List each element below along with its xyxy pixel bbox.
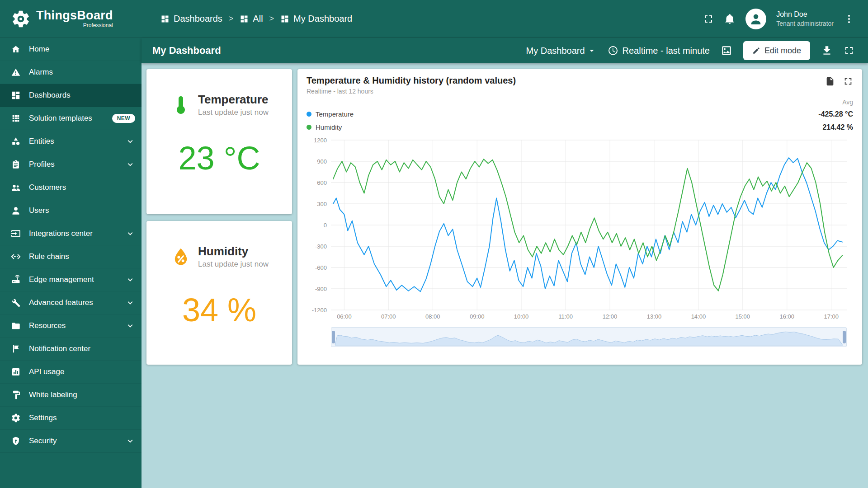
sidebar-item-label: Integrations center [29,229,93,238]
sidebar-item-resources[interactable]: Resources [0,314,142,338]
temperature-widget-header: Temperature Last update just now [146,93,292,117]
fullscreen-icon [843,76,853,86]
sidebar-item-notification-center[interactable]: Notification center [0,338,142,361]
sidebar-item-label: Advanced features [29,298,93,307]
notifications-button[interactable] [724,13,736,25]
time-window-button[interactable]: Realtime - last minute [608,45,710,56]
expand-button[interactable] [843,76,853,86]
sidebar-item-label: Solution templates [29,114,92,123]
pencil-icon [752,47,760,55]
sidebar-item-edge-management[interactable]: Edge management [0,268,142,291]
sidebar-item-white-labeling[interactable]: White labeling [0,384,142,407]
svg-text:-900: -900 [315,286,327,292]
entities-icon [11,136,21,146]
sidebar-item-rule-chains[interactable]: Rule chains [0,245,142,268]
dashboard-content: Temperature Last update just now 23 °C H… [142,63,868,488]
sidebar-item-customers[interactable]: Customers [0,176,142,199]
settings-icon [11,413,21,423]
topbar-actions: John Doe Tenant administrator [703,9,868,29]
toolbar-fullscreen-button[interactable] [844,45,854,56]
dashboard-select-label: My Dashboard [526,46,585,56]
download-icon [821,45,833,56]
widget-title: Temperature [198,93,269,107]
sidebar-item-label: White labeling [29,390,77,399]
edit-mode-button[interactable]: Edit mode [743,41,810,60]
person-icon [749,12,763,26]
time-window-label: Realtime - last minute [623,46,710,56]
image-button[interactable] [721,45,732,56]
security-icon [11,436,21,446]
chart-header: Temperature & Humidity history (random v… [307,75,853,95]
sidebar-item-integrations-center[interactable]: Integrations center [0,222,142,245]
chevron-down-icon [125,275,135,285]
sidebar-item-solution-templates[interactable]: Solution templatesNEW [0,107,142,130]
svg-text:600: 600 [317,179,327,186]
svg-text:13:00: 13:00 [647,313,662,320]
profiles-icon [11,160,21,169]
sidebar-item-home[interactable]: Home [0,38,142,61]
svg-text:07:00: 07:00 [381,313,396,320]
brand-edition: Professional [36,23,113,28]
svg-text:-300: -300 [315,243,327,250]
humidity-widget: Humidity Last update just now 34 % [146,221,292,365]
sidebar-item-advanced-features[interactable]: Advanced features [0,291,142,314]
customers-icon [11,183,21,192]
sidebar-item-security[interactable]: Security [0,430,142,453]
breadcrumb-item-all[interactable]: All [240,14,263,24]
scrubber-handle-right[interactable] [843,331,846,343]
sidebar-item-alarms[interactable]: Alarms [0,61,142,84]
legend-item-temperature[interactable]: Temperature-425.28 °C [307,108,853,121]
legend-avg-value: 214.42 % [822,123,853,131]
sidebar-item-settings[interactable]: Settings [0,407,142,430]
history-chart[interactable]: 06:0007:0008:0009:0010:0011:0012:0013:00… [307,136,853,323]
user-name: John Doe [776,10,834,19]
sidebar-item-entities[interactable]: Entities [0,130,142,153]
avatar[interactable] [745,9,766,29]
legend-avg-value: -425.28 °C [818,110,853,118]
sidebar-item-profiles[interactable]: Profiles [0,153,142,176]
toolbar-actions: My Dashboard Realtime - last minute Edit… [526,41,854,60]
user-block[interactable]: John Doe Tenant administrator [776,10,834,28]
export-button[interactable] [825,76,835,86]
widget-subtitle: Last update just now [198,108,269,117]
breadcrumb-item-my-dashboard[interactable]: My Dashboard [280,14,352,24]
sidebar-item-dashboards[interactable]: Dashboards [0,84,142,107]
brand-logo[interactable]: ThingsBoard Professional [0,9,142,29]
advanced-features-icon [11,298,21,308]
sidebar-item-users[interactable]: Users [0,199,142,222]
image-icon [721,45,732,56]
humidity-widget-header: Humidity Last update just now [146,244,292,269]
breadcrumb-label: Dashboards [174,14,222,24]
file-icon [825,76,835,86]
breadcrumb-item-dashboards[interactable]: Dashboards [160,14,222,24]
widget-subtitle: Last update just now [198,260,269,269]
legend-label: Humidity [316,123,342,131]
topbar: ThingsBoard Professional Dashboards>All>… [0,0,868,38]
fullscreen-button[interactable] [703,14,714,24]
more-menu-button[interactable] [844,14,854,24]
more-vert-icon [844,14,854,24]
dashboard-select[interactable]: My Dashboard [526,46,596,56]
image-icon [721,45,732,56]
svg-text:09:00: 09:00 [470,313,485,320]
sidebar-item-label: Users [29,206,49,215]
chart-scrubber[interactable] [331,327,847,347]
legend-item-humidity[interactable]: Humidity214.42 % [307,121,853,134]
svg-text:1200: 1200 [314,137,327,144]
clock-icon [608,45,618,56]
main-area: My Dashboard My Dashboard Realtime - las… [142,38,868,488]
svg-text:15:00: 15:00 [736,313,750,320]
dashboards-icon [240,14,249,23]
water-drop-icon [170,246,192,267]
chevron-down-icon [125,436,135,446]
chevron-down-icon [125,321,135,331]
thermometer-icon [170,94,192,116]
chevron-down-icon [587,46,597,56]
bell-icon [724,13,736,25]
chart-subtitle: Realtime - last 12 hours [307,88,516,95]
download-button[interactable] [821,45,833,56]
integrations-center-icon [11,229,21,239]
breadcrumb-separator: > [229,14,234,23]
scrubber-handle-left[interactable] [332,331,335,343]
sidebar-item-api-usage[interactable]: API usage [0,361,142,384]
